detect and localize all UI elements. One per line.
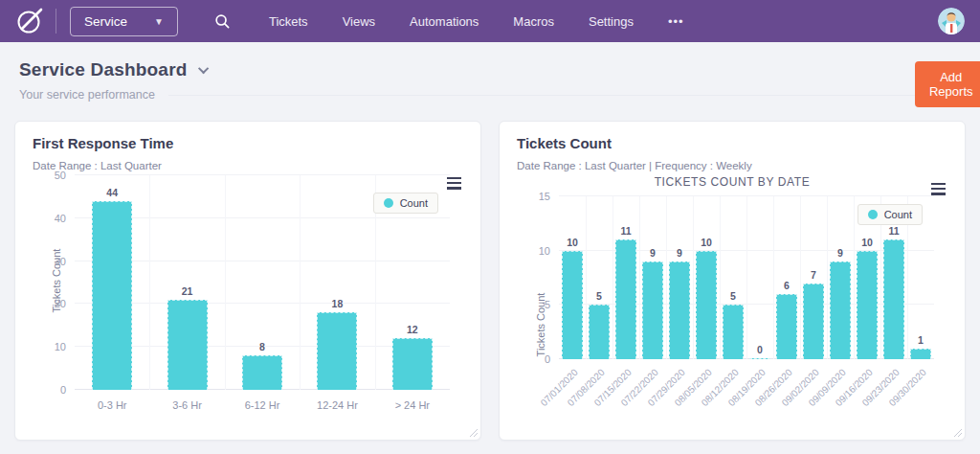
legend-count[interactable]: Count — [373, 193, 438, 214]
y-tick-label: 40 — [55, 213, 66, 224]
x-axis-labels: 0-3 Hr3-6 Hr6-12 Hr12-24 Hr> 24 Hr — [75, 390, 450, 411]
add-reports-label: Add Reports — [929, 70, 973, 99]
bar[interactable] — [830, 261, 851, 359]
bar-value-label: 11 — [620, 225, 631, 237]
bar[interactable] — [615, 239, 636, 359]
bar-value-label: 0 — [757, 344, 763, 355]
bar-value-label: 9 — [837, 247, 843, 259]
chart-context-menu-icon[interactable] — [931, 183, 946, 195]
bar-column: 0 — [746, 196, 773, 359]
card-subtitle: Date Range : Last Quarter | Frequency : … — [517, 160, 947, 171]
bar-value-label: 9 — [677, 247, 682, 259]
bar-value-label: 8 — [259, 341, 265, 352]
bar-value-label: 12 — [407, 324, 418, 335]
nav-item-settings[interactable]: Settings — [589, 14, 634, 29]
legend-count[interactable]: Count — [858, 204, 923, 225]
bar[interactable] — [857, 251, 878, 359]
add-reports-button[interactable]: Add Reports ▼ — [915, 61, 980, 107]
x-tick-label-text: 0-3 Hr — [98, 399, 127, 411]
bar[interactable] — [392, 338, 433, 390]
bar-column: 18 — [300, 175, 374, 390]
y-tick-label: 10 — [55, 341, 66, 352]
card-first-response-time: First Response Time Date Range : Last Qu… — [14, 121, 481, 441]
x-tick-label: 12-24 Hr — [300, 390, 374, 411]
dashboard-cards-row: First Response Time Date Range : Last Qu… — [14, 121, 966, 441]
x-tick-label-text: 3-6 Hr — [172, 399, 202, 411]
bar[interactable] — [749, 358, 770, 359]
x-tick-label: > 24 Hr — [375, 390, 450, 411]
legend-label: Count — [400, 197, 428, 209]
bar[interactable] — [776, 294, 797, 359]
bar-column: 11 — [612, 196, 639, 359]
nav-divider — [56, 9, 56, 34]
chart-title: TICKETS COUNT BY DATE — [517, 175, 947, 189]
bar-value-label: 10 — [861, 237, 873, 248]
y-tick-label: 50 — [55, 170, 66, 181]
chart-tickets-count: TICKETS COUNT BY DATE Count Tickets Coun… — [517, 175, 947, 422]
bar[interactable] — [589, 305, 610, 359]
legend-dot-icon — [868, 210, 878, 219]
bar[interactable] — [723, 305, 744, 359]
bar-column: 21 — [149, 175, 224, 390]
x-tick-label-text: > 24 Hr — [395, 399, 430, 411]
legend-dot-icon — [384, 198, 393, 208]
bar[interactable] — [803, 284, 824, 359]
y-tick-label: 15 — [539, 191, 550, 202]
nav-more-icon[interactable]: ••• — [668, 14, 684, 29]
x-tick-label: 09/30/2020 — [907, 359, 934, 422]
bar-column: 8 — [225, 175, 300, 390]
bar[interactable] — [642, 261, 663, 359]
y-tick-label: 0 — [60, 384, 66, 396]
bar-value-label: 10 — [701, 237, 712, 248]
search-icon[interactable] — [214, 13, 231, 30]
bar-value-label: 10 — [567, 237, 578, 248]
bar[interactable] — [317, 312, 357, 390]
bar[interactable] — [669, 261, 690, 359]
y-tick-label: 10 — [539, 245, 550, 257]
x-tick-label: 6-12 Hr — [225, 390, 300, 411]
y-tick-label: 5 — [545, 299, 550, 310]
card-subtitle: Date Range : Last Quarter — [33, 160, 463, 171]
bar-column: 7 — [800, 196, 827, 359]
bar-column: 9 — [827, 196, 854, 359]
bar-column: 9 — [666, 196, 693, 359]
bar-value-label: 1 — [918, 334, 924, 346]
bar-value-label: 5 — [596, 290, 602, 302]
bar-column: 6 — [773, 196, 800, 359]
bar[interactable] — [883, 239, 904, 359]
nav-item-automations[interactable]: Automations — [410, 14, 479, 29]
nav-item-macros[interactable]: Macros — [513, 14, 554, 29]
bar-value-label: 5 — [730, 290, 736, 302]
chart-area: Tickets Count 05101510511991050679101110… — [559, 196, 934, 422]
card-title: First Response Time — [33, 135, 463, 151]
x-tick-label-text: 12-24 Hr — [317, 399, 358, 411]
page-title: Service Dashboard — [19, 59, 188, 80]
bar-value-label: 21 — [182, 285, 193, 297]
bar[interactable] — [696, 251, 717, 359]
nav-item-views[interactable]: Views — [343, 14, 375, 29]
y-tick-label: 30 — [55, 256, 66, 267]
page-subtitle: Your service performance — [19, 88, 155, 102]
y-tick-label: 0 — [545, 353, 550, 365]
app-logo-icon[interactable] — [15, 7, 44, 35]
header-divider — [168, 95, 915, 96]
nav-menu: Tickets Views Automations Macros Setting… — [269, 14, 684, 29]
bar[interactable] — [242, 355, 282, 390]
user-avatar[interactable] — [938, 8, 965, 34]
bar-column: 10 — [559, 196, 586, 359]
card-resize-handle[interactable] — [468, 427, 478, 437]
card-resize-handle[interactable] — [952, 427, 962, 437]
bar-value-label: 7 — [811, 269, 816, 281]
nav-item-tickets[interactable]: Tickets — [269, 14, 308, 29]
legend-label: Count — [884, 209, 912, 220]
bar[interactable] — [92, 201, 132, 390]
bar-column: 9 — [639, 196, 666, 359]
bar[interactable] — [910, 349, 931, 359]
bar[interactable] — [562, 251, 583, 359]
bar-value-label: 6 — [784, 280, 790, 291]
product-selector[interactable]: Service ▼ — [70, 7, 178, 36]
bar-value-label: 18 — [332, 298, 344, 309]
bar[interactable] — [167, 300, 208, 390]
x-axis-labels: 07/01/202007/08/202007/15/202007/22/2020… — [559, 359, 934, 422]
dashboard-chevron-down-icon[interactable] — [197, 63, 208, 74]
